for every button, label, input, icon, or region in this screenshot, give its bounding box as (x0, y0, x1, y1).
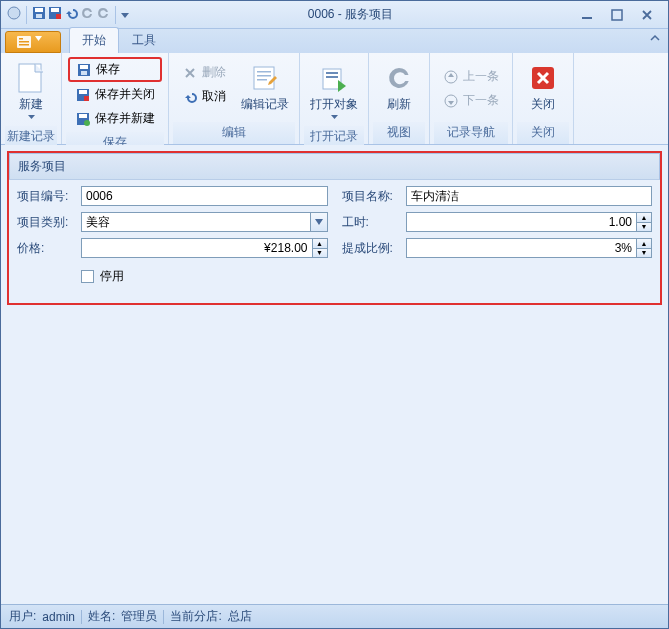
save-icon (76, 62, 92, 78)
next-record-button[interactable]: 下一条 (436, 89, 506, 112)
group-edit: 删除 取消 编辑记录 编辑 (169, 53, 300, 144)
svg-rect-19 (84, 96, 89, 101)
input-commission[interactable] (406, 238, 637, 258)
tab-tools[interactable]: 工具 (119, 27, 169, 53)
form-panel: 服务项目 项目编号: 项目名称: 项目类别: (7, 151, 662, 305)
statusbar: 用户: admin 姓名: 管理员 当前分店: 总店 (1, 604, 668, 628)
ribbon: 新建 新建记录 保存 保存并关闭 (1, 53, 668, 145)
status-user: admin (42, 610, 75, 624)
hours-down[interactable]: ▼ (636, 222, 652, 233)
field-hours: 工时: ▲▼ (342, 212, 653, 232)
qat-save-icon[interactable] (32, 6, 46, 23)
field-disabled: 停用 (17, 268, 328, 285)
field-commission: 提成比例: ▲▼ (342, 238, 653, 258)
input-category[interactable] (81, 212, 310, 232)
close-button[interactable] (636, 7, 658, 23)
input-item-name[interactable] (406, 186, 653, 206)
price-up[interactable]: ▲ (312, 238, 328, 248)
status-sep (81, 610, 82, 624)
panel-title: 服务项目 (9, 153, 660, 180)
chevron-down-icon (28, 115, 35, 119)
status-name: 管理员 (121, 608, 157, 625)
input-hours[interactable] (406, 212, 637, 232)
status-sep (163, 610, 164, 624)
save-close-icon (75, 87, 91, 103)
qat-save-close-icon[interactable] (48, 6, 62, 23)
quick-access-toolbar (1, 6, 135, 24)
svg-rect-25 (257, 75, 271, 77)
label-hours: 工时: (342, 214, 402, 231)
status-user-label: 用户: (9, 608, 36, 625)
status-branch-label: 当前分店: (170, 608, 221, 625)
qat-refresh2-icon[interactable] (96, 6, 110, 23)
checkbox-disabled[interactable] (81, 270, 94, 283)
new-icon (15, 62, 47, 94)
edit-record-button[interactable]: 编辑记录 (235, 55, 295, 118)
app-menu-icon[interactable] (7, 6, 21, 23)
label-item-no: 项目编号: (17, 188, 77, 205)
window-controls (566, 7, 668, 23)
label-disabled: 停用 (100, 268, 124, 285)
close-record-button[interactable]: 关闭 (517, 55, 569, 118)
svg-rect-6 (56, 14, 61, 19)
combo-category[interactable] (81, 212, 328, 232)
input-price[interactable] (81, 238, 312, 258)
close-icon (527, 62, 559, 94)
svg-rect-28 (326, 72, 338, 74)
save-new-icon (75, 111, 91, 127)
field-item-name: 项目名称: (342, 186, 653, 206)
svg-rect-3 (36, 14, 42, 18)
svg-point-0 (8, 7, 20, 19)
open-object-icon (318, 62, 350, 94)
hours-up[interactable]: ▲ (636, 212, 652, 222)
new-button[interactable]: 新建 (5, 55, 57, 126)
svg-rect-21 (79, 114, 87, 118)
input-item-no[interactable] (81, 186, 328, 206)
svg-rect-29 (326, 76, 338, 78)
client-area: 服务项目 项目编号: 项目名称: 项目类别: (1, 145, 668, 604)
open-object-button[interactable]: 打开对象 (304, 55, 364, 126)
svg-rect-5 (51, 8, 59, 12)
undo-icon (182, 89, 198, 105)
spinner-price[interactable]: ▲▼ (81, 238, 328, 258)
field-price: 价格: ▲▼ (17, 238, 328, 258)
refresh-button[interactable]: 刷新 (373, 55, 425, 118)
ribbon-tabbar: 开始 工具 (1, 29, 668, 53)
svg-rect-26 (257, 79, 267, 81)
combo-category-button[interactable] (310, 212, 328, 232)
commission-down[interactable]: ▼ (636, 248, 652, 259)
svg-rect-18 (79, 90, 87, 94)
arrow-down-icon (443, 93, 459, 109)
svg-rect-24 (257, 71, 271, 73)
save-new-button[interactable]: 保存并新建 (68, 107, 162, 130)
qat-dropdown-icon[interactable] (121, 8, 129, 22)
ribbon-expand-icon[interactable] (650, 33, 660, 47)
qat-refresh-icon[interactable] (80, 6, 94, 23)
minimize-button[interactable] (576, 7, 598, 23)
window-title: 0006 - 服务项目 (135, 6, 566, 23)
group-close: 关闭 关闭 (513, 53, 574, 144)
qat-undo-icon[interactable] (64, 6, 78, 23)
delete-icon (182, 65, 198, 81)
save-close-button[interactable]: 保存并关闭 (68, 83, 162, 106)
titlebar: 0006 - 服务项目 (1, 1, 668, 29)
qat-separator (26, 6, 27, 24)
maximize-button[interactable] (606, 7, 628, 23)
cancel-button[interactable]: 取消 (175, 85, 233, 108)
label-item-name: 项目名称: (342, 188, 402, 205)
label-category: 项目类别: (17, 214, 77, 231)
svg-rect-12 (19, 44, 29, 46)
group-save: 保存 保存并关闭 保存并新建 保存 (62, 53, 169, 144)
delete-button[interactable]: 删除 (175, 61, 233, 84)
spinner-hours[interactable]: ▲▼ (406, 212, 653, 232)
chevron-down-icon (331, 115, 338, 119)
field-category: 项目类别: (17, 212, 328, 232)
save-button[interactable]: 保存 (68, 57, 162, 82)
spinner-commission[interactable]: ▲▼ (406, 238, 653, 258)
group-new-record: 新建 新建记录 (1, 53, 62, 144)
commission-up[interactable]: ▲ (636, 238, 652, 248)
prev-record-button[interactable]: 上一条 (436, 65, 506, 88)
price-down[interactable]: ▼ (312, 248, 328, 259)
app-button[interactable] (5, 31, 61, 53)
tab-start[interactable]: 开始 (69, 27, 119, 53)
